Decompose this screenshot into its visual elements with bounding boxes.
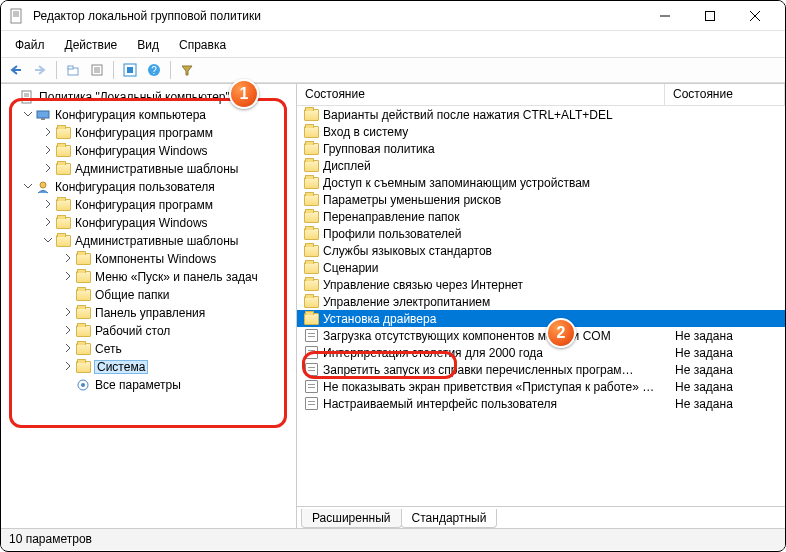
tree-system[interactable]: Система (3, 358, 296, 376)
list-item-label: Варианты действий после нажатия CTRL+ALT… (323, 108, 675, 122)
maximize-button[interactable] (687, 1, 732, 31)
expand-icon[interactable] (61, 325, 75, 337)
list-tabs: Расширенный Стандартный (297, 506, 785, 528)
menu-action[interactable]: Действие (55, 34, 128, 56)
setting-icon (303, 328, 319, 344)
tree-item[interactable]: Конфигурация Windows (3, 214, 296, 232)
list-row[interactable]: Дисплей (297, 157, 785, 174)
tree-item[interactable]: Рабочий стол (3, 322, 296, 340)
folder-icon (75, 359, 91, 375)
expand-icon[interactable] (61, 271, 75, 283)
tree-all-params[interactable]: Все параметры (3, 376, 296, 394)
list-row[interactable]: Варианты действий после нажатия CTRL+ALT… (297, 106, 785, 123)
list-row[interactable]: Перенаправление папок (297, 208, 785, 225)
window-title: Редактор локальной групповой политики (33, 9, 642, 23)
collapse-icon[interactable] (41, 235, 55, 247)
tree-label: Система (95, 361, 147, 373)
list-row[interactable]: Интерпретация столетия для 2000 годаНе з… (297, 344, 785, 361)
tree-item[interactable]: Конфигурация программ (3, 196, 296, 214)
tree-root[interactable]: Политика "Локальный компьютер" (3, 88, 296, 106)
filter-button[interactable] (176, 60, 198, 80)
svg-rect-11 (68, 66, 73, 69)
status-bar: 10 параметров (1, 528, 785, 550)
list-row[interactable]: Групповая политика (297, 140, 785, 157)
tree-pane: Политика "Локальный компьютер" Конфигура… (1, 84, 297, 528)
expand-icon[interactable] (41, 145, 55, 157)
tree-admin-templates[interactable]: Административные шаблоны (3, 232, 296, 250)
list-item-label: Настраиваемый интерфейс пользователя (323, 397, 675, 411)
tree-item[interactable]: Меню «Пуск» и панель задач (3, 268, 296, 286)
tree-item[interactable]: Административные шаблоны (3, 160, 296, 178)
menu-help[interactable]: Справка (169, 34, 236, 56)
help-button[interactable]: ? (143, 60, 165, 80)
expand-icon[interactable] (41, 163, 55, 175)
list-body[interactable]: Варианты действий после нажатия CTRL+ALT… (297, 106, 785, 506)
tree-user-config[interactable]: Конфигурация пользователя (3, 178, 296, 196)
tree-label: Все параметры (95, 379, 181, 391)
expand-icon[interactable] (41, 217, 55, 229)
list-row[interactable]: Сценарии (297, 259, 785, 276)
list-row[interactable]: Службы языковых стандартов (297, 242, 785, 259)
refresh-button[interactable] (119, 60, 141, 80)
svg-text:?: ? (151, 65, 157, 76)
list-row[interactable]: Запретить запуск из справки перечисленны… (297, 361, 785, 378)
close-button[interactable] (732, 1, 777, 31)
column-header-state2[interactable]: Состояние (665, 84, 785, 105)
tree-item[interactable]: Компоненты Windows (3, 250, 296, 268)
collapse-icon[interactable] (21, 109, 35, 121)
column-header-state[interactable]: Состояние (297, 84, 665, 105)
folder-icon (303, 107, 319, 123)
list-row[interactable]: Установка драйвера (297, 310, 785, 327)
tree-computer-config[interactable]: Конфигурация компьютера (3, 106, 296, 124)
list-item-label: Перенаправление папок (323, 210, 675, 224)
list-row[interactable]: Не показывать экран приветствия «Приступ… (297, 378, 785, 395)
expand-icon[interactable] (41, 127, 55, 139)
folder-icon (55, 215, 71, 231)
list-row[interactable]: Доступ к съемным запоминающим устройства… (297, 174, 785, 191)
minimize-button[interactable] (642, 1, 687, 31)
expand-icon[interactable] (61, 253, 75, 265)
list-item-state: Не задана (675, 380, 785, 394)
tree-item[interactable]: Панель управления (3, 304, 296, 322)
folder-icon (75, 341, 91, 357)
setting-icon (303, 396, 319, 412)
menu-view[interactable]: Вид (127, 34, 169, 56)
forward-button[interactable] (29, 60, 51, 80)
expand-icon[interactable] (61, 343, 75, 355)
list-item-state: Не задана (675, 363, 785, 377)
expand-icon[interactable] (61, 361, 75, 373)
properties-button[interactable] (86, 60, 108, 80)
expand-icon[interactable] (41, 199, 55, 211)
list-item-label: Параметры уменьшения рисков (323, 193, 675, 207)
list-row[interactable]: Профили пользователей (297, 225, 785, 242)
list-row[interactable]: Настраиваемый интерфейс пользователяНе з… (297, 395, 785, 412)
back-button[interactable] (5, 60, 27, 80)
list-pane: Состояние Состояние Варианты действий по… (297, 84, 785, 528)
tree-item[interactable]: Конфигурация Windows (3, 142, 296, 160)
list-row[interactable]: Управление связью через Интернет (297, 276, 785, 293)
svg-rect-17 (127, 67, 133, 73)
tab-standard[interactable]: Стандартный (401, 509, 498, 528)
list-row[interactable]: Загрузка отсутствующих компонентов модел… (297, 327, 785, 344)
expand-icon[interactable] (61, 307, 75, 319)
list-row[interactable]: Управление электропитанием (297, 293, 785, 310)
tab-extended[interactable]: Расширенный (301, 509, 402, 528)
menu-file[interactable]: Файл (5, 34, 55, 56)
tree-item[interactable]: Сеть (3, 340, 296, 358)
tree-label: Сеть (95, 343, 122, 355)
list-row[interactable]: Вход в систему (297, 123, 785, 140)
tree-item[interactable]: Общие папки (3, 286, 296, 304)
folder-icon (55, 233, 71, 249)
tree-label: Конфигурация пользователя (55, 181, 215, 193)
list-row[interactable]: Параметры уменьшения рисков (297, 191, 785, 208)
tree-item[interactable]: Конфигурация программ (3, 124, 296, 142)
list-item-label: Дисплей (323, 159, 675, 173)
collapse-icon[interactable] (21, 181, 35, 193)
tree-label: Административные шаблоны (75, 235, 238, 247)
list-item-label: Управление электропитанием (323, 295, 675, 309)
list-item-state: Не задана (675, 397, 785, 411)
folder-icon (75, 251, 91, 267)
tree[interactable]: Политика "Локальный компьютер" Конфигура… (1, 88, 296, 394)
title-bar: Редактор локальной групповой политики (1, 1, 785, 31)
up-button[interactable] (62, 60, 84, 80)
